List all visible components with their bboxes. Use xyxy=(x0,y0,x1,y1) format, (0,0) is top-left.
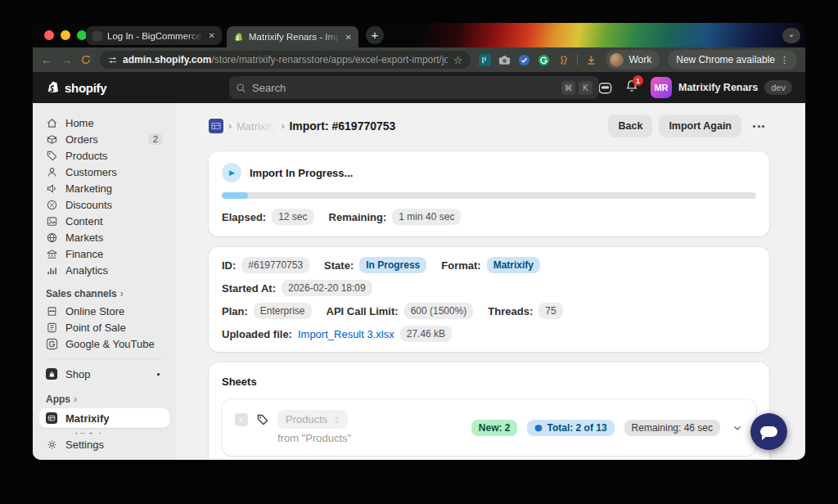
spinner-icon xyxy=(534,424,543,432)
tab-search-button[interactable] xyxy=(782,28,800,43)
search-input[interactable]: Search ⌘ K xyxy=(229,76,599,99)
back-button[interactable]: Back xyxy=(608,115,652,137)
matrixify-app-icon xyxy=(46,412,58,425)
check-extension-icon[interactable] xyxy=(518,54,530,66)
downloads-icon[interactable] xyxy=(585,54,597,66)
file-size: 27.46 kB xyxy=(400,326,452,342)
sheet-select[interactable]: Products xyxy=(277,410,348,429)
tab-matrixify-active[interactable]: Matrixify Renars - Import: #61 xyxy=(227,26,358,47)
reload-icon[interactable] xyxy=(80,54,92,65)
sidebar-item-analytics[interactable]: Analytics xyxy=(39,262,169,278)
sidebar-item-google-youtube[interactable]: Google & YouTube xyxy=(39,335,169,352)
chat-widget-button[interactable] xyxy=(750,413,787,450)
progress-title-row: Import In Progress... xyxy=(222,163,756,182)
forward-icon[interactable]: → xyxy=(61,53,72,66)
remaining-value: 1 min 40 sec xyxy=(392,209,461,225)
tab-title: Matrixify Renars - Import: #61 xyxy=(249,32,340,42)
progress-bar-fill xyxy=(222,192,248,199)
minimize-window-button[interactable] xyxy=(61,30,70,40)
sidebar-item-shop[interactable]: Shop xyxy=(39,366,169,382)
apps-header[interactable]: Apps xyxy=(46,394,163,405)
traffic-lights xyxy=(44,30,87,40)
orders-count-badge: 2 xyxy=(148,133,163,145)
page-title: Import: #619770753 xyxy=(289,119,395,133)
uploaded-file-link[interactable]: Import_Result 3.xlsx xyxy=(298,328,394,340)
close-window-button[interactable] xyxy=(44,30,54,40)
sales-channels-header[interactable]: Sales channels xyxy=(46,288,163,299)
pos-icon xyxy=(46,322,58,334)
store-name: Matrixify Renars xyxy=(678,82,758,93)
shopify-logo[interactable]: shopify xyxy=(46,80,106,95)
markets-icon xyxy=(46,232,58,244)
sidebar-item-markets[interactable]: Markets xyxy=(39,229,169,245)
extensions-puzzle-icon[interactable] xyxy=(557,54,570,66)
extension-teal-icon[interactable] xyxy=(479,54,491,66)
sidebar-item-all-jobs[interactable]: All Jobs xyxy=(39,428,169,434)
remaining-badge: Remaining: 46 sec xyxy=(624,420,720,436)
page-actions: Back Import Again xyxy=(608,115,769,137)
sidebar-item-orders[interactable]: Orders 2 xyxy=(39,131,169,147)
address-bar[interactable]: admin.shopify.com/store/matrixify-renars… xyxy=(100,51,471,69)
chevron-right-icon xyxy=(281,120,284,132)
chevron-down-icon[interactable] xyxy=(732,422,743,434)
sidebar-item-settings[interactable]: Settings xyxy=(39,434,169,455)
details-row: Uploaded file: Import_Result 3.xlsx 27.4… xyxy=(222,326,756,342)
tab-bigcommerce[interactable]: Log In - BigCommerce xyxy=(86,26,222,45)
chrome-update-chip[interactable]: New Chrome available xyxy=(668,50,797,70)
search-icon xyxy=(236,83,246,93)
state-badge: In Progress xyxy=(359,257,426,273)
sidebar: Home Orders 2 Products Customers xyxy=(33,103,176,460)
bookmark-star-icon[interactable] xyxy=(453,54,463,66)
sheet-checkbox[interactable] xyxy=(235,413,248,426)
sidebar-item-finance[interactable]: Finance xyxy=(39,245,169,262)
tag-icon xyxy=(46,150,58,162)
sidebar-item-point-of-sale[interactable]: Point of Sale xyxy=(39,319,169,335)
new-tab-button[interactable] xyxy=(366,26,384,44)
threads-value: 75 xyxy=(538,303,562,319)
sidebar-item-products[interactable]: Products xyxy=(39,147,169,164)
sheet-row-products: Products from "Products" New: 2 Total: 2… xyxy=(222,399,756,456)
api-limit-value: 600 (1500%) xyxy=(404,303,474,319)
sidebar-item-customers[interactable]: Customers xyxy=(39,164,169,180)
grammarly-icon[interactable] xyxy=(538,54,550,66)
tag-icon xyxy=(256,413,269,426)
play-icon xyxy=(222,163,241,182)
page-header: Matrixify Import: #619770753 Back Import… xyxy=(209,115,769,137)
progress-card: Import In Progress... Elapsed:12 sec Rem… xyxy=(209,151,769,236)
details-row: ID:#619770753 State:In Progress Format:M… xyxy=(222,257,756,273)
profile-chip[interactable]: Work xyxy=(606,50,660,70)
progress-title: Import In Progress... xyxy=(250,167,353,179)
sheets-card: Sheets Products from "Products" xyxy=(209,362,769,460)
shopify-favicon xyxy=(233,32,244,43)
chat-bubble-icon xyxy=(760,426,777,437)
sheets-title: Sheets xyxy=(222,376,756,388)
shopify-topbar: shopify Search ⌘ K xyxy=(33,72,805,103)
screenshot-camera-icon[interactable] xyxy=(498,54,511,66)
topbar-right: 1 MR Matrixify Renars dev xyxy=(597,77,792,98)
finance-icon xyxy=(46,248,58,260)
sidekick-icon[interactable] xyxy=(597,80,613,96)
browser-menu-icon[interactable] xyxy=(780,55,789,65)
updown-chevron-icon xyxy=(333,415,341,425)
job-details-card: ID:#619770753 State:In Progress Format:M… xyxy=(209,247,769,352)
sidebar-item-content[interactable]: Content xyxy=(39,213,169,229)
more-actions-button[interactable] xyxy=(748,115,769,137)
notifications-button[interactable]: 1 xyxy=(624,79,639,97)
site-settings-icon[interactable] xyxy=(108,55,117,65)
close-tab-icon[interactable] xyxy=(209,31,215,40)
tab-strip: Log In - BigCommerce Matrixify Renars - … xyxy=(33,23,805,47)
k-key: K xyxy=(579,81,592,95)
sidebar-item-matrixify[interactable]: Matrixify xyxy=(39,408,169,428)
search-shortcut: ⌘ K xyxy=(561,81,592,95)
content-icon xyxy=(46,215,58,227)
marketing-icon xyxy=(46,182,58,195)
import-again-button[interactable]: Import Again xyxy=(659,115,741,137)
account-menu[interactable]: MR Matrixify Renars dev xyxy=(651,77,792,98)
breadcrumb-app[interactable]: Matrixify xyxy=(237,120,276,133)
sidebar-item-discounts[interactable]: Discounts xyxy=(39,196,169,213)
sidebar-item-marketing[interactable]: Marketing xyxy=(39,180,169,196)
back-icon[interactable]: ← xyxy=(41,53,52,66)
sidebar-item-home[interactable]: Home xyxy=(39,115,169,131)
close-tab-icon[interactable] xyxy=(345,33,352,42)
sidebar-item-online-store[interactable]: Online Store xyxy=(39,303,169,319)
